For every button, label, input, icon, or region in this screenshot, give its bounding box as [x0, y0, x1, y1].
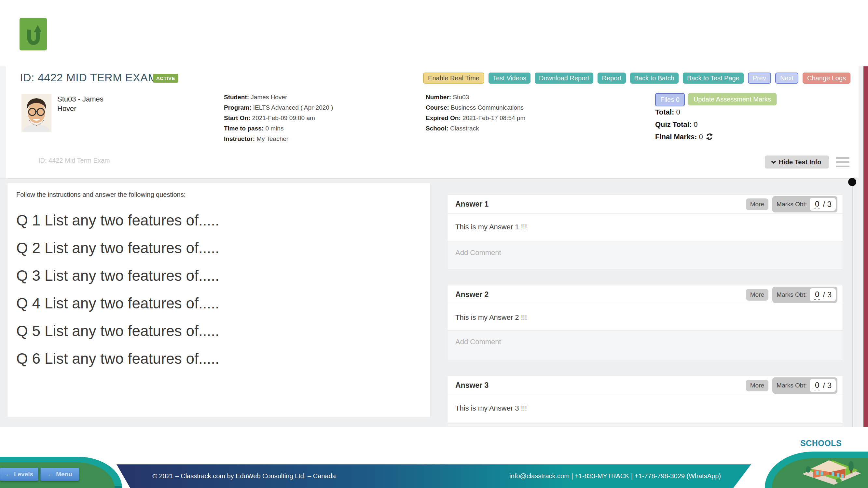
back-to-test-page-button[interactable]: Back to Test Page — [683, 72, 744, 84]
test-id-label: ID: 4422 Mid Term Exam — [38, 157, 110, 164]
info-time-to-pass: Time to pass: 0 mins — [224, 123, 333, 134]
left-arrow-icon: ← — [5, 471, 11, 478]
test-videos-button[interactable]: Test Videos — [489, 72, 530, 84]
assessment-page: ID: 4422 MID TERM EXAM ACTIVE Enable Rea… — [0, 0, 868, 488]
contact-info-text: info@classtrack.com | +1-833-MYTRACK | +… — [497, 473, 733, 480]
answer-card-2: Answer 2 More Marks Obt: 0 / 3 This is m… — [447, 285, 843, 360]
marks-actions: Files 0 Update Assessment Marks — [655, 93, 777, 106]
page-title: ID: 4422 MID TERM EXAM — [20, 71, 157, 84]
add-comment-input[interactable]: Add Comment — [447, 330, 843, 360]
add-comment-input[interactable]: Add Comment — [447, 241, 843, 269]
answer-title: Answer 1 — [455, 200, 489, 208]
answer-body: This is my Answer 2 !!! — [447, 304, 843, 322]
answer-body: This is my Answer 3 !!! — [447, 395, 843, 413]
menu-button[interactable]: ← Menu — [40, 467, 79, 481]
marks-obtained-pill: Marks Obt: 0 / 3 — [772, 287, 837, 303]
answer-title: Answer 3 — [455, 381, 489, 390]
next-button[interactable]: Next — [775, 72, 798, 84]
status-badge: ACTIVE — [153, 74, 178, 83]
scrollbar-thumb[interactable] — [863, 66, 868, 427]
question-intro: Follow the instructions and answer the f… — [16, 191, 186, 198]
schools-label: SCHOOLS — [797, 438, 844, 448]
student-avatar — [22, 94, 52, 132]
back-to-batch-button[interactable]: Back to Batch — [630, 72, 679, 84]
info-start-on: Start On: 2021-Feb-09 09:00 am — [224, 113, 333, 123]
question-list: Q 1 List any two features of..... Q 2 Li… — [16, 206, 219, 372]
info-instructor: Instructor: My Teacher — [224, 134, 333, 144]
marks-input[interactable]: 0 — [814, 290, 820, 300]
info-program: Program: IELTS Advanced ( Apr-2020 ) — [224, 102, 333, 113]
student-display-name: Stu03 - James Hover — [57, 94, 129, 113]
total-row: Total: 0 — [655, 106, 713, 119]
answer-card-1: Answer 1 More Marks Obt: 0 / 3 This is m… — [447, 195, 843, 269]
page-left-gutter — [0, 66, 6, 178]
question-item: Q 2 List any two features of..... — [16, 234, 219, 262]
files-button[interactable]: Files 0 — [655, 93, 685, 106]
question-panel: Follow the instructions and answer the f… — [7, 183, 431, 418]
question-item: Q 3 List any two features of..... — [16, 262, 219, 290]
more-button[interactable]: More — [746, 198, 768, 210]
answer-card-3: Answer 3 More Marks Obt: 0 / 3 This is m… — [447, 376, 843, 427]
panel-divider-line — [852, 182, 853, 427]
hide-test-info-button[interactable]: Hide Test Info — [765, 156, 829, 168]
u-turn-logo-icon[interactable] — [20, 18, 47, 51]
final-marks-row: Final Marks: 0 — [655, 131, 713, 143]
info-student: Student: James Hover — [224, 92, 333, 102]
marks-input[interactable]: 0 — [814, 381, 820, 390]
student-details-right: Number: Stu03 Course: Business Communica… — [426, 92, 525, 134]
marks-obtained-pill: Marks Obt: 0 / 3 — [772, 196, 837, 213]
question-item: Q 6 List any two features of..... — [16, 345, 219, 372]
marks-total: / 3 — [823, 200, 832, 209]
chevron-down-icon — [771, 159, 776, 164]
answer-body: This is my Answer 1 !!! — [447, 214, 843, 231]
prev-button[interactable]: Prev — [748, 72, 771, 84]
add-comment-input[interactable] — [447, 423, 843, 426]
marks-total: / 3 — [823, 381, 832, 390]
question-item: Q 5 List any two features of..... — [16, 317, 219, 345]
scrollbar-track — [859, 66, 863, 427]
copyright-text: © 2021 – Classtrack.com by EduWeb Consul… — [143, 473, 345, 480]
marks-obtained-pill: Marks Obt: 0 / 3 — [772, 378, 837, 394]
refresh-icon[interactable] — [706, 132, 713, 144]
info-expired-on: Expired On: 2021-Feb-17 08:54 pm — [426, 113, 525, 123]
totals-panel: Total: 0 Quiz Total: 0 Final Marks: 0 — [655, 106, 713, 143]
report-button[interactable]: Report — [597, 72, 625, 84]
levels-button[interactable]: ← Levels — [0, 467, 38, 481]
info-number: Number: Stu03 — [426, 92, 525, 102]
question-item: Q 4 List any two features of..... — [16, 290, 219, 317]
left-arrow-icon: ← — [47, 471, 53, 478]
toolbar: Enable Real Time Test Videos Download Re… — [400, 72, 850, 84]
info-course: Course: Business Communications — [426, 102, 525, 113]
footer-bar: © 2021 – Classtrack.com by EduWeb Consul… — [117, 464, 751, 488]
quiz-total-row: Quiz Total: 0 — [655, 119, 713, 131]
school-illustration — [797, 451, 862, 485]
change-logs-button[interactable]: Change Logs — [803, 72, 850, 84]
question-item: Q 1 List any two features of..... — [16, 206, 219, 234]
marks-total: / 3 — [823, 290, 832, 299]
more-button[interactable]: More — [746, 380, 768, 391]
info-school: School: Classtrack — [426, 123, 525, 134]
menu-icon[interactable] — [836, 157, 849, 170]
student-details-left: Student: James Hover Program: IELTS Adva… — [224, 92, 333, 144]
divider-drag-handle[interactable] — [848, 178, 856, 186]
enable-real-time-button[interactable]: Enable Real Time — [423, 72, 484, 84]
download-report-button[interactable]: Download Report — [535, 72, 594, 84]
more-button[interactable]: More — [746, 289, 768, 301]
answer-title: Answer 2 — [455, 290, 489, 299]
update-assessment-marks-button[interactable]: Update Assessment Marks — [688, 93, 777, 105]
marks-input[interactable]: 0 — [814, 199, 820, 209]
